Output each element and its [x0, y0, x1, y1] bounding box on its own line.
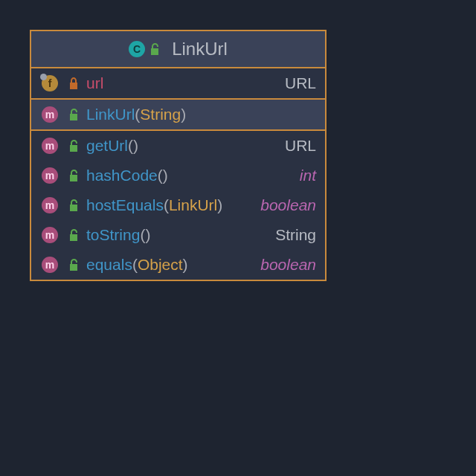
unlock-icon [149, 43, 160, 55]
unlock-icon [68, 170, 79, 181]
paren: ) [163, 167, 168, 184]
member-name: getUrl [86, 137, 128, 154]
member-name: LinkUrl [86, 106, 135, 123]
member-type: boolean [260, 256, 316, 273]
unlock-icon [68, 229, 79, 241]
member-row[interactable]: mhashCode()int [31, 161, 325, 190]
class-icon: C [129, 41, 145, 57]
member-name: equals [86, 256, 132, 273]
class-name: LinkUrl [172, 39, 228, 60]
member-param: String [140, 106, 181, 123]
member-row[interactable]: mhostEquals(LinkUrl)boolean [31, 190, 325, 220]
lock-icon [68, 77, 79, 89]
member-name: hostEquals [86, 196, 164, 213]
field-icon: f [42, 75, 58, 91]
method-icon: m [42, 138, 58, 154]
paren: ( [158, 167, 163, 184]
method-icon: m [42, 197, 58, 213]
member-type: URL [285, 74, 316, 91]
unlock-icon [68, 259, 79, 271]
method-icon: m [42, 167, 58, 184]
paren: ) [181, 106, 186, 123]
member-type: boolean [260, 196, 316, 213]
paren: ) [145, 226, 150, 243]
paren: ) [133, 137, 138, 154]
method-icon: m [42, 257, 58, 273]
member-row[interactable]: mequals(Object)boolean [31, 250, 325, 280]
paren: ( [128, 137, 133, 154]
member-param: LinkUrl [169, 196, 217, 213]
member-row[interactable]: mgetUrl()URL [31, 131, 325, 161]
member-name: toString [86, 226, 140, 243]
method-icon: m [42, 227, 58, 243]
methods-section: mgetUrl()URLmhashCode()intmhostEquals(Li… [31, 131, 325, 280]
member-param: Object [138, 256, 183, 273]
fields-section: furlURL [31, 68, 325, 100]
member-type: int [300, 167, 316, 184]
unlock-icon [68, 109, 79, 120]
member-row[interactable]: mLinkUrl(String) [31, 100, 325, 129]
member-type: String [275, 226, 316, 243]
class-diagram: C LinkUrl furlURL mLinkUrl(String) mgetU… [30, 30, 327, 281]
constructors-section: mLinkUrl(String) [31, 100, 325, 131]
paren: ( [132, 256, 138, 273]
member-name: hashCode [86, 167, 158, 184]
member-name: url [86, 74, 103, 91]
member-type: URL [285, 137, 316, 154]
class-header[interactable]: C LinkUrl [31, 31, 325, 68]
member-row[interactable]: mtoString()String [31, 220, 325, 250]
member-row[interactable]: furlURL [31, 68, 325, 98]
method-icon: m [42, 106, 58, 123]
paren: ) [217, 196, 222, 213]
paren: ( [164, 196, 169, 213]
unlock-icon [68, 140, 79, 152]
unlock-icon [68, 199, 79, 211]
paren: ) [183, 256, 188, 273]
